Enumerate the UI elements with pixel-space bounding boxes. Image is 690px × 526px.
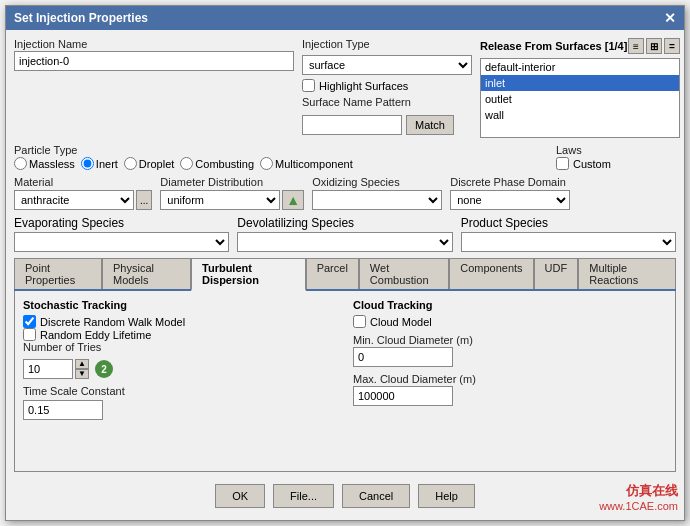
right-panels: Injection Type surface Highlight Surface… [302, 38, 680, 138]
release-surfaces-panel: Release From Surfaces [1/4] ≡ ⊞ = defaul… [480, 38, 680, 138]
oxidizing-species-select[interactable] [312, 190, 442, 210]
multicomponent-radio-label[interactable]: Multicomponent [260, 157, 353, 170]
material-edit-button[interactable]: ... [136, 190, 152, 210]
massless-radio-label[interactable]: Massless [14, 157, 75, 170]
time-scale-input[interactable] [23, 400, 103, 420]
surface-pattern-row: Match [302, 115, 472, 135]
list-item[interactable]: inlet [481, 75, 679, 91]
highlight-surfaces-checkbox[interactable] [302, 79, 315, 92]
tab-parcel[interactable]: Parcel [306, 258, 359, 289]
dialog-body: Injection Name Injection Type surface Hi… [6, 30, 684, 520]
devolatilizing-species-label: Devolatilizing Species [237, 216, 452, 230]
match-button[interactable]: Match [406, 115, 454, 135]
product-species-select[interactable] [461, 232, 676, 252]
custom-label: Custom [573, 158, 611, 170]
injection-type-label: Injection Type [302, 38, 472, 50]
number-of-tries-label: Number of Tries [23, 341, 337, 353]
tab-turbulent-dispersion[interactable]: Turbulent Dispersion [191, 258, 306, 291]
min-cloud-diameter-label: Min. Cloud Diameter (m) [353, 334, 667, 346]
massless-radio[interactable] [14, 157, 27, 170]
header-icons: ≡ ⊞ = [628, 38, 680, 54]
spinner-up[interactable]: ▲ [75, 359, 89, 369]
cloud-model-row: Cloud Model [353, 315, 667, 328]
custom-checkbox[interactable] [556, 157, 569, 170]
help-button[interactable]: Help [418, 484, 475, 508]
droplet-radio-label[interactable]: Droplet [124, 157, 174, 170]
massless-label: Massless [29, 158, 75, 170]
stochastic-col: Stochastic Tracking Discrete Random Walk… [23, 299, 337, 420]
cancel-button[interactable]: Cancel [342, 484, 410, 508]
number-of-tries-field-row: ▲ ▼ 2 [23, 359, 337, 379]
injection-name-label: Injection Name [14, 38, 294, 50]
list-view-icon[interactable]: ≡ [628, 38, 644, 54]
surface-pattern-input[interactable] [302, 115, 402, 135]
laws-box: Laws Custom [556, 144, 676, 170]
max-cloud-diameter-input[interactable] [353, 386, 453, 406]
min-cloud-diameter-input[interactable] [353, 347, 453, 367]
diameter-distribution-label: Diameter Distribution [160, 176, 304, 188]
file-button[interactable]: File... [273, 484, 334, 508]
oxidizing-species-group: Oxidizing Species [312, 176, 442, 210]
tab-multiple-reactions[interactable]: Multiple Reactions [578, 258, 676, 289]
diameter-distribution-select[interactable]: uniform [160, 190, 280, 210]
highlight-surfaces-row: Highlight Surfaces [302, 79, 472, 92]
time-scale-group: Time Scale Constant [23, 385, 337, 420]
number-of-tries-input[interactable] [23, 359, 73, 379]
tab-wet-combustion[interactable]: Wet Combustion [359, 258, 449, 289]
combusting-label: Combusting [195, 158, 254, 170]
cloud-model-checkbox[interactable] [353, 315, 366, 328]
release-surfaces-listbox[interactable]: default-interior inlet outlet wall [480, 58, 680, 138]
bottom-buttons: OK File... Cancel Help [14, 478, 676, 512]
tab-udf[interactable]: UDF [534, 258, 579, 289]
particle-laws-row: Particle Type Massless Inert Droplet [14, 144, 676, 170]
discrete-phase-select[interactable]: none [450, 190, 570, 210]
filter-icon[interactable]: = [664, 38, 680, 54]
number-of-tries-spinner: ▲ ▼ [75, 359, 89, 379]
time-scale-label: Time Scale Constant [23, 385, 337, 397]
combusting-radio[interactable] [180, 157, 193, 170]
material-group: Material anthracite ... [14, 176, 152, 210]
diameter-edit-button[interactable]: ▲ [282, 190, 304, 210]
tab-inner: Stochastic Tracking Discrete Random Walk… [23, 299, 667, 420]
tab-components[interactable]: Components [449, 258, 533, 289]
list-item[interactable]: default-interior [481, 59, 679, 75]
tabs-container: Point Properties Physical Models Turbule… [14, 258, 676, 472]
evaporating-species-select[interactable] [14, 232, 229, 252]
spinner-down[interactable]: ▼ [75, 369, 89, 379]
tab-physical-models[interactable]: Physical Models [102, 258, 191, 289]
laws-label: Laws [556, 144, 676, 156]
material-label: Material [14, 176, 152, 188]
droplet-radio[interactable] [124, 157, 137, 170]
droplet-label: Droplet [139, 158, 174, 170]
random-eddy-lifetime-checkbox[interactable] [23, 328, 36, 341]
diameter-distribution-group: Diameter Distribution uniform ▲ [160, 176, 304, 210]
inert-radio[interactable] [81, 157, 94, 170]
inert-radio-label[interactable]: Inert [81, 157, 118, 170]
list-item[interactable]: outlet [481, 91, 679, 107]
discrete-phase-group: Discrete Phase Domain none [450, 176, 570, 210]
max-cloud-diameter-label: Max. Cloud Diameter (m) [353, 373, 667, 385]
devolatilizing-species-select[interactable] [237, 232, 452, 252]
product-species-label: Product Species [461, 216, 676, 230]
list-item[interactable]: wall [481, 107, 679, 123]
random-eddy-lifetime-label: Random Eddy Lifetime [40, 329, 151, 341]
close-button[interactable]: ✕ [664, 10, 676, 26]
particle-type-label: Particle Type [14, 144, 540, 156]
material-select[interactable]: anthracite [14, 190, 134, 210]
number-of-tries-group: Number of Tries ▲ ▼ 2 [23, 341, 337, 379]
release-surfaces-label: Release From Surfaces [1/4] [480, 40, 627, 52]
multicomponent-radio[interactable] [260, 157, 273, 170]
injection-name-input[interactable] [14, 51, 294, 71]
inert-label: Inert [96, 158, 118, 170]
discrete-random-walk-checkbox[interactable] [23, 315, 36, 328]
grid-view-icon[interactable]: ⊞ [646, 38, 662, 54]
particle-type-box: Particle Type Massless Inert Droplet [14, 144, 540, 170]
min-cloud-diameter-group: Min. Cloud Diameter (m) [353, 334, 667, 367]
custom-laws-row: Custom [556, 157, 676, 170]
injection-type-select[interactable]: surface [302, 55, 472, 75]
top-section: Injection Name Injection Type surface Hi… [14, 38, 676, 138]
combusting-radio-label[interactable]: Combusting [180, 157, 254, 170]
tab-point-properties[interactable]: Point Properties [14, 258, 102, 289]
ok-button[interactable]: OK [215, 484, 265, 508]
cloud-model-label: Cloud Model [370, 316, 432, 328]
